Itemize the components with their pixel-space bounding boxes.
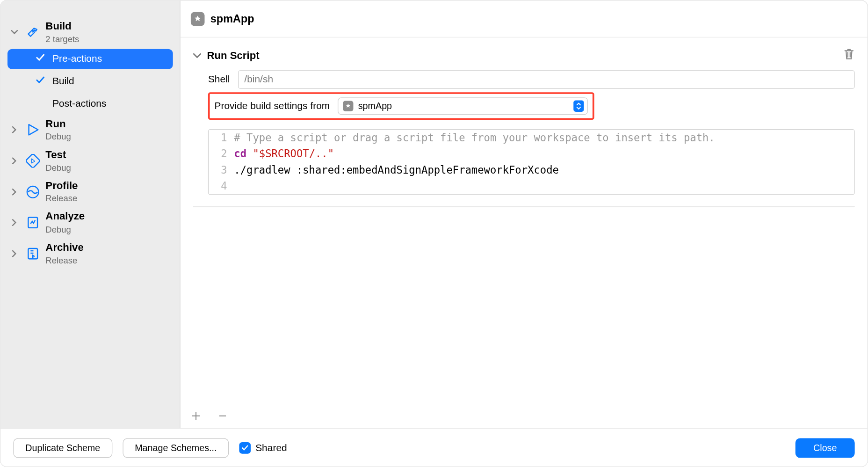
chevron-down-icon[interactable]	[193, 51, 201, 59]
sidebar-test-subtitle: Debug	[45, 162, 71, 173]
add-action-button[interactable]: ＋	[188, 408, 203, 423]
code-line-1: # Type a script or drag a script file fr…	[234, 130, 715, 146]
close-button[interactable]: Close	[796, 438, 855, 458]
sidebar-item-analyze[interactable]: Analyze Debug	[0, 207, 180, 238]
build-settings-label: Provide build settings from	[214, 100, 330, 112]
analyze-icon	[25, 215, 41, 231]
sidebar-item-run[interactable]: Run Debug	[0, 115, 180, 146]
sidebar-build-title: Build	[45, 20, 79, 33]
shared-checkbox[interactable]: Shared	[239, 442, 287, 453]
divider	[193, 206, 855, 207]
chevron-right-icon	[11, 126, 20, 133]
sidebar-archive-title: Archive	[45, 241, 83, 254]
sidebar-child-label: Build	[52, 76, 74, 88]
build-settings-popup[interactable]: spmApp	[338, 97, 588, 115]
sidebar-item-build[interactable]: Build 2 targets	[0, 17, 180, 48]
shell-input[interactable]	[238, 70, 855, 88]
duplicate-scheme-button[interactable]: Duplicate Scheme	[13, 438, 112, 458]
chevron-right-icon	[11, 250, 20, 257]
sidebar-build-subtitle: 2 targets	[45, 34, 79, 44]
sidebar-analyze-subtitle: Debug	[45, 224, 85, 234]
sidebar-item-archive[interactable]: Archive Release	[0, 238, 180, 269]
chevron-right-icon	[11, 188, 20, 195]
sidebar-profile-title: Profile	[45, 180, 78, 192]
code-kw: cd	[234, 146, 246, 162]
sidebar-profile-subtitle: Release	[45, 193, 78, 204]
sidebar-child-label: Pre-actions	[52, 53, 102, 65]
sidebar-run-subtitle: Debug	[45, 131, 71, 142]
checkmark-icon	[35, 75, 45, 88]
build-settings-value: spmApp	[358, 101, 392, 111]
sidebar-item-profile[interactable]: Profile Release	[0, 176, 180, 207]
code-line-3: ./gradlew :shared:embedAndSignAppleFrame…	[234, 162, 558, 178]
app-icon	[191, 12, 205, 26]
title-bar: spmApp	[181, 0, 868, 37]
hammer-icon	[25, 24, 41, 40]
popup-arrows-icon	[573, 100, 584, 112]
gauge-icon	[25, 184, 41, 200]
checkmark-icon	[35, 53, 45, 65]
script-editor[interactable]: 1# Type a script or drag a script file f…	[208, 129, 855, 195]
build-settings-row: Provide build settings from spmApp	[208, 92, 594, 120]
archive-icon	[25, 246, 41, 262]
sidebar-child-build[interactable]: Build	[7, 71, 173, 91]
section-title: Run Script	[207, 50, 259, 62]
chevron-right-icon	[11, 219, 20, 226]
sidebar-item-test[interactable]: Test Debug	[0, 146, 180, 176]
app-icon	[343, 101, 354, 111]
sidebar-child-post-actions[interactable]: Post-actions	[7, 94, 173, 113]
scheme-title: spmApp	[210, 12, 254, 25]
play-icon	[25, 122, 41, 138]
sidebar-test-title: Test	[45, 149, 71, 161]
svg-rect-0	[26, 154, 40, 168]
scheme-sidebar: Build 2 targets Pre-actions Build Post-a…	[0, 0, 181, 428]
sidebar-run-title: Run	[45, 118, 71, 131]
shell-label: Shell	[208, 74, 230, 86]
chevron-down-icon	[11, 29, 20, 36]
trash-icon[interactable]	[843, 48, 855, 63]
shared-label: Shared	[255, 442, 287, 453]
sidebar-child-pre-actions[interactable]: Pre-actions	[7, 49, 173, 69]
chevron-right-icon	[11, 157, 20, 164]
manage-schemes-button[interactable]: Manage Schemes...	[123, 438, 229, 458]
sidebar-child-label: Post-actions	[52, 98, 106, 109]
code-str: /.."	[309, 146, 334, 162]
sidebar-analyze-title: Analyze	[45, 211, 85, 223]
remove-action-button[interactable]: －	[215, 408, 230, 423]
test-icon	[25, 153, 41, 168]
sidebar-archive-subtitle: Release	[45, 255, 83, 265]
checkmark-icon	[239, 442, 251, 453]
code-str: "$SRCROOT	[246, 146, 309, 162]
